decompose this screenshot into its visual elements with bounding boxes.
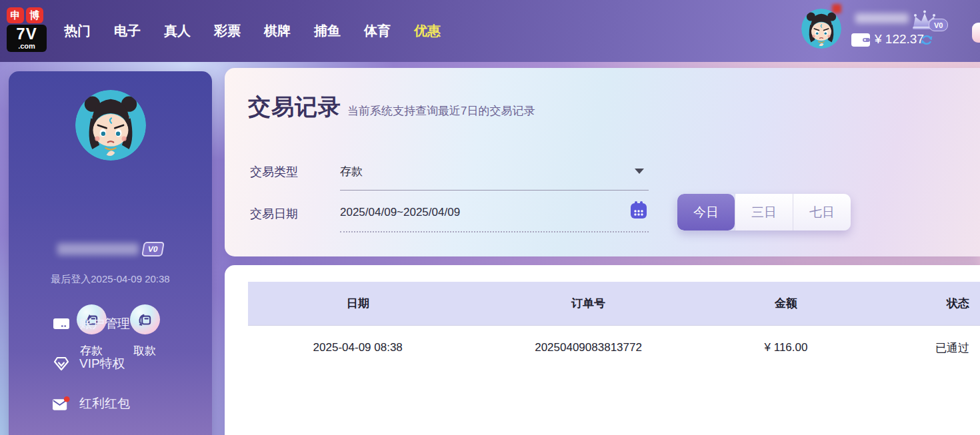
nav-item-hot[interactable]: 热门	[64, 22, 91, 40]
sidebar-item-label: 红利红包	[79, 395, 130, 412]
top-navbar: 申 博 7V .com 热门 电子 真人 彩票 棋牌 捕鱼 体育 优惠	[0, 0, 980, 62]
column-header-amount: 金额	[709, 296, 863, 311]
nav-item-sports[interactable]: 体育	[364, 22, 391, 40]
type-filter-label: 交易类型	[250, 164, 298, 180]
column-header-date: 日期	[248, 296, 467, 311]
floating-service-widget[interactable]	[972, 23, 980, 43]
page-subtitle: 当前系统支持查询最近7日的交易记录	[347, 103, 535, 119]
range-button-7days[interactable]: 七日	[793, 194, 851, 230]
avatar-image	[801, 9, 841, 49]
logo-wordmark: 7V .com	[7, 25, 47, 52]
username-blurred	[57, 243, 139, 255]
notification-blur	[832, 4, 841, 13]
nav-item-fishing[interactable]: 捕鱼	[314, 22, 341, 40]
type-select-value[interactable]: 存款	[340, 164, 363, 179]
profile-sidebar: V0 最后登入2025-04-09 20:38 存款	[9, 71, 212, 435]
sidebar-item-vip[interactable]: VIP特权	[52, 354, 199, 374]
wallet-icon	[851, 33, 871, 47]
nav-item-slots[interactable]: 电子	[114, 22, 141, 40]
refresh-balance-icon[interactable]	[919, 33, 934, 47]
page: 申 博 7V .com 热门 电子 真人 彩票 棋牌 捕鱼 体育 优惠	[0, 0, 980, 435]
logo-badge-bo: 博	[26, 7, 43, 23]
sidebar-avatar	[75, 90, 146, 161]
table-row: 2025-04-09 08:38 20250409083813772 ¥ 116…	[248, 326, 980, 370]
date-filter-label: 交易日期	[250, 206, 298, 222]
header-avatar[interactable]	[801, 9, 841, 49]
type-select-underline	[340, 190, 649, 191]
nav-item-cards[interactable]: 棋牌	[264, 22, 291, 40]
chevron-down-icon[interactable]	[635, 169, 644, 174]
nav-item-live[interactable]: 真人	[164, 22, 191, 40]
vip-level-badge[interactable]: V0	[929, 19, 948, 31]
date-input-underline	[340, 231, 649, 232]
sidebar-item-label: VIP特权	[79, 355, 125, 372]
sidebar-item-label: 账户管理	[79, 315, 130, 332]
column-header-status: 状态	[863, 296, 980, 311]
range-button-today[interactable]: 今日	[677, 194, 735, 230]
cell-order-no: 20250409083813772	[467, 341, 709, 354]
table-header: 日期 订单号 金额 状态	[248, 282, 980, 326]
balance-amount: ¥ 122.37	[875, 32, 924, 47]
logo-name: 7V	[7, 25, 47, 43]
calendar-icon[interactable]	[629, 201, 649, 220]
avatar-image	[75, 90, 146, 161]
sidebar-item-account[interactable]: 账户管理	[52, 314, 199, 334]
cell-status: 已通过	[863, 340, 980, 356]
red-envelope-icon	[52, 395, 70, 412]
logo-badge-shen: 申	[7, 7, 24, 23]
last-login-text: 最后登入2025-04-09 20:38	[9, 273, 212, 286]
sidebar-item-bonus[interactable]: 红利红包	[52, 394, 199, 414]
nav-item-promos[interactable]: 优惠	[414, 22, 441, 40]
title-row: 交易记录 当前系统支持查询最近7日的交易记录	[248, 92, 535, 123]
page-title: 交易记录	[248, 92, 341, 123]
sidebar-username-row: V0	[9, 242, 212, 256]
main-nav: 热门 电子 真人 彩票 棋牌 捕鱼 体育 优惠	[64, 0, 441, 62]
range-button-3days[interactable]: 三日	[735, 194, 793, 230]
cell-amount: ¥ 116.00	[709, 341, 863, 354]
column-header-order-no: 订单号	[467, 296, 709, 311]
nav-item-lottery[interactable]: 彩票	[214, 22, 241, 40]
logo-tld: .com	[7, 43, 47, 50]
bank-card-icon	[52, 315, 70, 332]
transactions-panel: 交易记录 当前系统支持查询最近7日的交易记录 交易类型 存款 交易日期 2025…	[225, 68, 980, 256]
date-range-input[interactable]: 2025/04/09~2025/04/09	[340, 206, 460, 219]
cell-date: 2025-04-09 08:38	[248, 341, 467, 354]
date-range-buttons: 今日 三日 七日	[677, 194, 851, 230]
logo-badges: 申 博	[7, 7, 47, 23]
diamond-icon	[52, 355, 70, 372]
transactions-table-panel: 日期 订单号 金额 状态 2025-04-09 08:38 2025040908…	[225, 265, 980, 435]
vip-level-tag: V0	[141, 242, 165, 256]
site-logo[interactable]: 申 博 7V .com	[7, 7, 47, 52]
username-blurred	[855, 13, 909, 23]
